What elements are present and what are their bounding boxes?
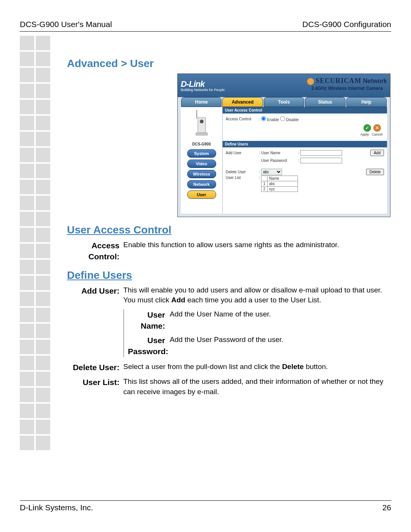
username-input[interactable]	[300, 150, 342, 156]
apply-icon[interactable]: ✓	[363, 124, 371, 132]
tab-advanced[interactable]: Advanced	[222, 97, 263, 107]
header-left: DCS-G900 User's Manual	[20, 20, 112, 29]
svg-rect-2	[196, 133, 207, 135]
radio-disable[interactable]: Disable	[280, 116, 299, 122]
brand-securicam: SECURICAM	[315, 77, 361, 85]
label-user-name: User Name:	[128, 309, 170, 332]
userpass-input[interactable]	[300, 158, 342, 163]
svg-point-1	[200, 120, 204, 123]
brand-network: Network	[363, 78, 387, 84]
apply-label: Apply	[360, 133, 370, 136]
adduser-label: Add User	[226, 151, 258, 155]
model-label: DCS-G900	[183, 142, 220, 146]
cancel-label: Cancel	[372, 133, 382, 136]
table-row: abc	[268, 181, 298, 187]
tab-status[interactable]: Status	[305, 97, 345, 107]
deleteuser-select[interactable]: abc	[261, 169, 282, 175]
product-subtitle: 2.4GHz Wireless Internet Camera	[307, 85, 387, 93]
username-label: User Name	[261, 151, 297, 155]
userpass-label: User Password	[261, 158, 297, 163]
section-bar-define: Define Users	[223, 141, 387, 147]
header-right: DCS-G900 Configuration	[303, 20, 391, 29]
page-number: 26	[382, 503, 391, 512]
desc-user-password: Add the User Password of the user.	[170, 335, 391, 357]
nav-network[interactable]: Network	[187, 180, 216, 189]
dlink-logo: D-Link	[181, 79, 204, 89]
tab-help[interactable]: Help	[346, 97, 387, 107]
delete-button[interactable]: Delete	[366, 169, 384, 175]
deleteuser-label: Delete User	[226, 170, 258, 174]
section-user-access-control: User Access Control	[67, 224, 391, 236]
desc-access-control: Enable this function to allow users same…	[123, 240, 391, 262]
nav-user[interactable]: User	[187, 190, 216, 199]
userlist-label: User List	[226, 176, 258, 180]
nav-wireless[interactable]: Wireless	[187, 170, 216, 178]
dlink-tagline: Building Networks for People	[181, 88, 225, 92]
user-table: Name 1abc 2xyz	[261, 176, 298, 192]
page-title: Advanced > User	[67, 58, 391, 70]
section-define-users: Define Users	[67, 269, 391, 281]
camera-icon	[192, 110, 211, 141]
label-user-password: User Password:	[128, 335, 170, 357]
nav-system[interactable]: System	[187, 149, 216, 158]
config-screenshot: D-Link Building Networks for People SECU…	[177, 73, 390, 217]
desc-delete-user: Select a user from the pull-down list an…	[123, 362, 391, 373]
label-delete-user: Delete User:	[67, 362, 123, 373]
decorative-grid	[20, 36, 52, 452]
tab-home[interactable]: Home	[181, 97, 221, 107]
desc-user-list: This list shows all of the users added, …	[123, 377, 391, 397]
radio-enable[interactable]: Enable	[261, 116, 279, 122]
label-add-user: Add User:	[67, 285, 123, 305]
add-button[interactable]: Add	[370, 150, 384, 156]
table-row: xyz	[268, 187, 298, 192]
tab-tools[interactable]: Tools	[264, 97, 304, 107]
cancel-icon[interactable]: ✕	[373, 124, 381, 132]
section-bar-access: User Access Control	[223, 107, 387, 113]
label-user-list: User List:	[67, 377, 123, 397]
lock-icon	[307, 78, 314, 85]
label-access-control: Access Control:	[67, 240, 123, 262]
footer-company: D-Link Systems, Inc.	[20, 503, 93, 512]
desc-add-user: This will enable you to add users and al…	[123, 285, 391, 305]
access-control-label: Access Control	[226, 117, 258, 121]
desc-user-name: Add the User Name of the user.	[170, 309, 391, 332]
nav-video[interactable]: Video	[187, 160, 216, 168]
